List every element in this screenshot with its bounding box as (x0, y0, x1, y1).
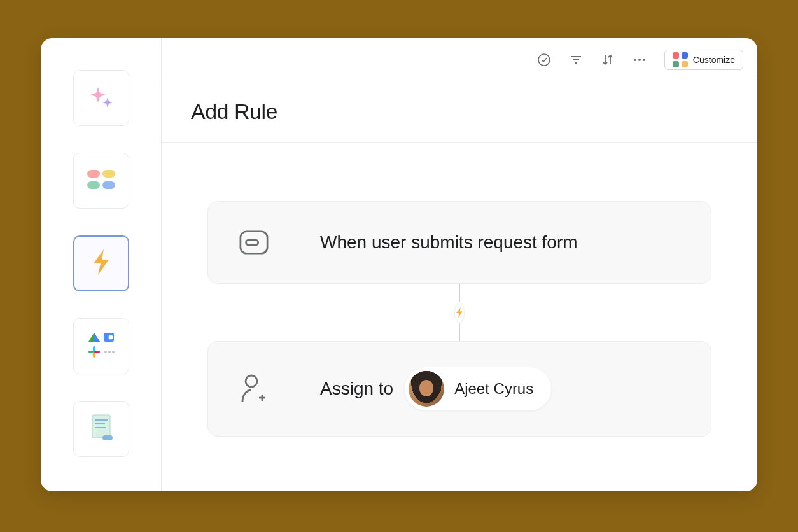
assign-label: Assign to (320, 379, 393, 399)
svg-rect-0 (87, 170, 100, 178)
svg-point-5 (108, 335, 113, 340)
sparkle-icon (87, 82, 116, 114)
svg-point-27 (246, 375, 257, 387)
svg-point-18 (538, 54, 550, 66)
trigger-text: When user submits request form (320, 232, 578, 253)
sort-icon[interactable] (601, 53, 615, 67)
lightning-icon (88, 247, 114, 280)
sidebar-item-integrations[interactable] (73, 318, 129, 374)
trigger-card[interactable]: When user submits request form (207, 201, 711, 284)
sidebar-item-apps-grid[interactable] (73, 153, 129, 209)
svg-rect-9 (94, 351, 100, 353)
assign-person-icon (239, 374, 269, 404)
more-icon[interactable] (633, 53, 647, 67)
rule-canvas: When user submits request form (162, 143, 757, 491)
rule-connector (459, 284, 460, 341)
main-area: Customize Add Rule When user submits req… (162, 38, 757, 491)
apps-grid-icon (86, 169, 116, 193)
svg-point-12 (112, 351, 115, 353)
app-window: Customize Add Rule When user submits req… (41, 38, 757, 491)
svg-rect-1 (102, 170, 115, 178)
toolbar: Customize (162, 38, 757, 81)
svg-rect-25 (241, 232, 267, 254)
assignee-name: Ajeet Cyrus (454, 380, 533, 398)
page-header: Add Rule (162, 81, 757, 143)
sidebar-item-automation[interactable] (73, 235, 129, 291)
filter-icon[interactable] (569, 53, 583, 67)
sidebar-item-document[interactable] (73, 401, 129, 457)
svg-point-11 (108, 351, 111, 353)
svg-point-24 (643, 59, 645, 61)
sidebar (41, 38, 162, 491)
connector-lightning-icon (454, 302, 465, 323)
integrations-icon (86, 331, 116, 361)
svg-rect-2 (87, 181, 100, 189)
customize-label: Customize (693, 55, 735, 65)
assign-row: Assign to Ajeet Cyrus (320, 367, 551, 410)
svg-rect-26 (246, 240, 258, 245)
svg-point-23 (638, 59, 641, 61)
svg-rect-17 (102, 435, 113, 440)
sidebar-item-ai-sparkle[interactable] (73, 70, 129, 126)
svg-point-22 (634, 59, 636, 61)
svg-point-10 (104, 351, 107, 353)
assignee-pill[interactable]: Ajeet Cyrus (405, 367, 551, 410)
svg-rect-3 (102, 181, 115, 189)
customize-button[interactable]: Customize (664, 50, 743, 70)
customize-grid-icon (673, 52, 688, 67)
check-circle-icon[interactable] (537, 53, 551, 67)
svg-rect-13 (92, 415, 110, 438)
form-icon (239, 227, 269, 258)
action-card[interactable]: Assign to Ajeet Cyrus (207, 341, 711, 437)
document-icon (88, 414, 114, 444)
avatar (409, 371, 444, 407)
page-title: Add Rule (191, 99, 728, 124)
